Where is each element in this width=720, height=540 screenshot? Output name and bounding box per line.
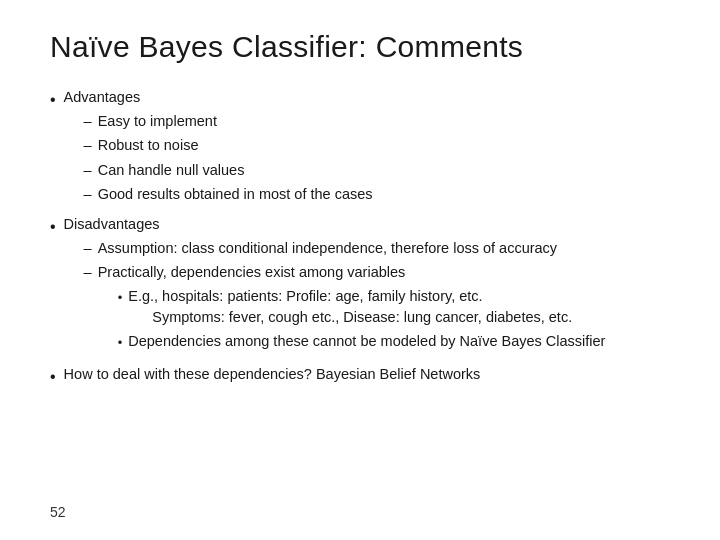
bullet-sm-eg: • xyxy=(118,288,123,309)
sub-item-easy: – Easy to implement xyxy=(84,110,670,133)
slide-footer: 52 xyxy=(50,504,670,520)
sub-item-practically: – Practically, dependencies exist among … xyxy=(84,261,670,355)
sub-item-goodresults: – Good results obtained in most of the c… xyxy=(84,183,670,206)
nullval-text: Can handle null values xyxy=(98,159,670,182)
dash-nullval: – xyxy=(84,159,92,182)
dash-practically: – xyxy=(84,261,92,284)
goodresults-text: Good results obtained in most of the cas… xyxy=(98,183,670,206)
subsub-dependencies: • Dependencies among these cannot be mod… xyxy=(118,331,670,354)
bullet-disadvantages: • Disadvantages – Assumption: class cond… xyxy=(50,213,670,359)
subsub-eg: • E.g., hospitals: patients: Profile: ag… xyxy=(118,286,670,330)
practically-text: Practically, dependencies exist among va… xyxy=(98,264,406,280)
disadvantages-label: Disadvantages – Assumption: class condit… xyxy=(64,213,670,359)
disadvantages-text: Disadvantages xyxy=(64,216,160,232)
dash-goodresults: – xyxy=(84,183,92,206)
eg-extra: Symptoms: fever, cough etc., Disease: lu… xyxy=(152,307,670,329)
robust-text: Robust to noise xyxy=(98,134,670,157)
bullet-dot-dis: • xyxy=(50,214,56,240)
bullet-advantages: • Advantages – Easy to implement – Robus… xyxy=(50,86,670,209)
sub-item-nullval: – Can handle null values xyxy=(84,159,670,182)
disadvantages-sublist: – Assumption: class conditional independ… xyxy=(84,237,670,356)
howto-text: How to deal with these dependencies? Bay… xyxy=(64,363,670,386)
bullet-dot-howto: • xyxy=(50,364,56,390)
dash-easy: – xyxy=(84,110,92,133)
easy-text: Easy to implement xyxy=(98,110,670,133)
eg-block: E.g., hospitals: patients: Profile: age,… xyxy=(128,286,670,330)
subsub-list: • E.g., hospitals: patients: Profile: ag… xyxy=(118,286,670,354)
dash-assumption: – xyxy=(84,237,92,260)
dep-text: Dependencies among these cannot be model… xyxy=(128,331,670,353)
slide-title: Naïve Bayes Classifier: Comments xyxy=(50,30,670,64)
slide-content: • Advantages – Easy to implement – Robus… xyxy=(50,86,670,496)
dash-robust: – xyxy=(84,134,92,157)
bullet-dot: • xyxy=(50,87,56,113)
sub-item-robust: – Robust to noise xyxy=(84,134,670,157)
practically-block: Practically, dependencies exist among va… xyxy=(98,261,670,355)
dep-block: Dependencies among these cannot be model… xyxy=(128,331,670,353)
advantages-sublist: – Easy to implement – Robust to noise – … xyxy=(84,110,670,206)
sub-item-assumption: – Assumption: class conditional independ… xyxy=(84,237,670,260)
advantages-text: Advantages xyxy=(64,89,141,105)
assumption-text: Assumption: class conditional independen… xyxy=(98,237,670,260)
bullet-howto: • How to deal with these dependencies? B… xyxy=(50,363,670,390)
slide: Naïve Bayes Classifier: Comments • Advan… xyxy=(0,0,720,540)
advantages-label: Advantages – Easy to implement – Robust … xyxy=(64,86,670,209)
bullet-sm-dep: • xyxy=(118,333,123,354)
eg-text: E.g., hospitals: patients: Profile: age,… xyxy=(128,286,670,308)
